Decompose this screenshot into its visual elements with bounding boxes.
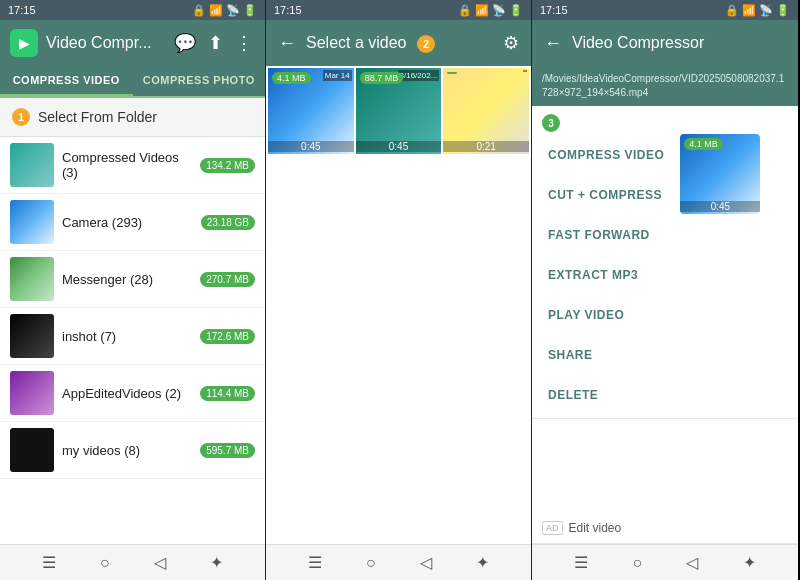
- video-thumb-item[interactable]: 0:21: [443, 68, 529, 154]
- file-path-bar: /Movies/IdeaVideoCompressor/VID202505080…: [532, 66, 798, 106]
- folder-info: Messenger (28): [62, 272, 192, 287]
- home-nav-icon[interactable]: ○: [366, 554, 376, 572]
- battery-icon: 🔋: [776, 4, 790, 17]
- extract-mp3-button[interactable]: EXTRACT MP3: [538, 256, 648, 294]
- person-nav-icon[interactable]: ✦: [476, 553, 489, 572]
- bottom-nav-1: ☰ ○ ◁ ✦: [0, 544, 265, 580]
- wifi-icon: 📶: [742, 4, 756, 17]
- video-thumb-item[interactable]: Mar 14 4.1 MB 0:45: [268, 68, 354, 154]
- delete-button[interactable]: DELETE: [538, 376, 608, 414]
- panel2-title: Select a video 2: [306, 34, 493, 53]
- folder-size: 595.7 MB: [200, 443, 255, 458]
- fast-forward-button[interactable]: FAST FORWARD: [538, 216, 660, 254]
- file-path-text: /Movies/IdeaVideoCompressor/VID202505080…: [542, 73, 784, 98]
- folder-info: AppEditedVideos (2): [62, 386, 192, 401]
- folder-thumb: [10, 200, 54, 244]
- status-icons-2: 🔒 📶 📡 🔋: [458, 4, 523, 17]
- play-video-button[interactable]: PLAY VIDEO: [538, 296, 634, 334]
- list-item[interactable]: inshot (7) 172.6 MB: [0, 308, 265, 365]
- select-video-label: Select a video: [306, 34, 407, 51]
- video-duration: 0:45: [356, 141, 442, 152]
- action-row-compress: 3 COMPRESS VIDEO CUT + COMPRESS FAST FOR…: [532, 106, 798, 419]
- folder-name: Messenger (28): [62, 272, 192, 287]
- cut-compress-button[interactable]: CUT + COMPRESS: [538, 176, 672, 214]
- video-duration: 0:45: [268, 141, 354, 152]
- video-grid: Mar 14 4.1 MB 0:45 3/16/202... 88.7 MB 0…: [266, 66, 531, 544]
- lock-icon: 🔒: [725, 4, 739, 17]
- person-nav-icon[interactable]: ✦: [743, 553, 756, 572]
- back-nav-icon[interactable]: ◁: [686, 553, 698, 572]
- back-button-3[interactable]: ←: [542, 31, 564, 56]
- folder-thumb: [10, 257, 54, 301]
- signal-icon: 📡: [226, 4, 240, 17]
- status-bar-2: 17:15 🔒 📶 📡 🔋: [266, 0, 531, 20]
- badge-1: 1: [12, 108, 30, 126]
- bottom-nav-2: ☰ ○ ◁ ✦: [266, 544, 531, 580]
- list-item[interactable]: AppEditedVideos (2) 114.4 MB: [0, 365, 265, 422]
- menu-nav-icon[interactable]: ☰: [308, 553, 322, 572]
- menu-nav-icon[interactable]: ☰: [574, 553, 588, 572]
- filter-icon[interactable]: ⚙: [501, 30, 521, 56]
- folder-size: 172.6 MB: [200, 329, 255, 344]
- share-button[interactable]: SHARE: [538, 336, 603, 374]
- folder-name: Compressed Videos (3): [62, 150, 192, 180]
- status-bar-3: 17:15 🔒 📶 📡 🔋: [532, 0, 798, 20]
- list-item[interactable]: Compressed Videos (3) 134.2 MB: [0, 137, 265, 194]
- compress-video-button[interactable]: COMPRESS VIDEO: [538, 136, 674, 174]
- badge-2: 2: [417, 35, 435, 53]
- status-time-2: 17:15: [274, 4, 302, 16]
- menu-nav-icon[interactable]: ☰: [42, 553, 56, 572]
- folder-thumb: [10, 314, 54, 358]
- bottom-nav-3: ☰ ○ ◁ ✦: [532, 544, 798, 580]
- folder-info: inshot (7): [62, 329, 192, 344]
- video-size-badge: 4.1 MB: [272, 72, 311, 84]
- more-icon[interactable]: ⋮: [233, 30, 255, 56]
- tab-compress-video[interactable]: COMPRESS VIDEO: [0, 66, 133, 96]
- folder-name: my videos (8): [62, 443, 192, 458]
- back-button-2[interactable]: ←: [276, 31, 298, 56]
- select-from-folder-row[interactable]: 1 Select From Folder: [0, 98, 265, 137]
- video-date: 3/16/202...: [398, 70, 440, 81]
- panel-video-compressor: 17:15 🔒 📶 📡 🔋 ← Video Compressor /Movies…: [532, 0, 798, 580]
- status-time-3: 17:15: [540, 4, 568, 16]
- folder-info: my videos (8): [62, 443, 192, 458]
- video-thumb-item[interactable]: 3/16/202... 88.7 MB 0:45: [356, 68, 442, 154]
- list-item[interactable]: my videos (8) 595.7 MB: [0, 422, 265, 479]
- folder-list: Compressed Videos (3) 134.2 MB Camera (2…: [0, 137, 265, 544]
- video-date: [523, 70, 527, 72]
- top-bar-2: ← Select a video 2 ⚙: [266, 20, 531, 66]
- list-item[interactable]: Messenger (28) 270.7 MB: [0, 251, 265, 308]
- home-nav-icon[interactable]: ○: [100, 554, 110, 572]
- top-bar-3: ← Video Compressor: [532, 20, 798, 66]
- app-icon-1: ▶: [10, 29, 38, 57]
- ad-row: AD Edit video: [532, 513, 798, 544]
- video-date: Mar 14: [323, 70, 352, 81]
- tab-compress-photo[interactable]: COMPRESS PHOTO: [133, 66, 266, 96]
- app-title-1: Video Compr...: [46, 34, 164, 52]
- panel-select-video: 17:15 🔒 📶 📡 🔋 ← Select a video 2 ⚙ Mar 1…: [266, 0, 532, 580]
- folder-size: 23.18 GB: [201, 215, 255, 230]
- preview-duration: 0:45: [680, 201, 760, 212]
- back-nav-icon[interactable]: ◁: [420, 553, 432, 572]
- status-icons-1: 🔒 📶 📡 🔋: [192, 4, 257, 17]
- message-icon[interactable]: 💬: [172, 30, 198, 56]
- signal-icon: 📡: [492, 4, 506, 17]
- status-time-1: 17:15: [8, 4, 36, 16]
- panel-compress-video: 17:15 🔒 📶 📡 🔋 ▶ Video Compr... 💬 ⬆ ⋮ COM…: [0, 0, 266, 580]
- status-icons-3: 🔒 📶 📡 🔋: [725, 4, 790, 17]
- action-list: 3 COMPRESS VIDEO CUT + COMPRESS FAST FOR…: [532, 106, 798, 513]
- list-item[interactable]: Camera (293) 23.18 GB: [0, 194, 265, 251]
- back-nav-icon[interactable]: ◁: [154, 553, 166, 572]
- preview-size: 4.1 MB: [684, 138, 723, 150]
- person-nav-icon[interactable]: ✦: [210, 553, 223, 572]
- video-size-badge: 88.7 MB: [360, 72, 404, 84]
- folder-thumb: [10, 371, 54, 415]
- home-nav-icon[interactable]: ○: [632, 554, 642, 572]
- badge-3: 3: [542, 114, 560, 132]
- share-icon[interactable]: ⬆: [206, 30, 225, 56]
- battery-icon: 🔋: [509, 4, 523, 17]
- folder-name: AppEditedVideos (2): [62, 386, 192, 401]
- folder-size: 270.7 MB: [200, 272, 255, 287]
- folder-info: Compressed Videos (3): [62, 150, 192, 180]
- folder-name: inshot (7): [62, 329, 192, 344]
